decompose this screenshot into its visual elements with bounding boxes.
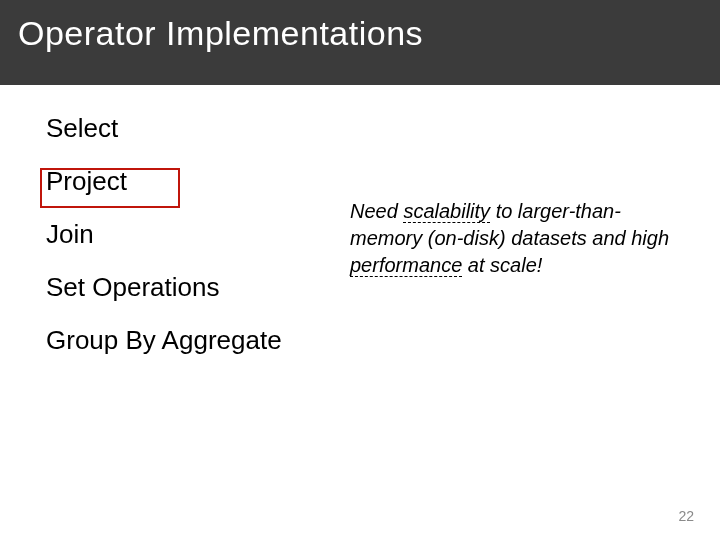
slide: Operator Implementations Select Project … bbox=[0, 0, 720, 540]
operator-group-by: Group By Aggregate bbox=[46, 325, 720, 356]
note-text-post: at scale! bbox=[462, 254, 542, 276]
note-underline-performance: performance bbox=[350, 254, 462, 277]
side-note: Need scalability to larger-than-memory (… bbox=[350, 198, 680, 279]
page-number: 22 bbox=[678, 508, 694, 524]
slide-title: Operator Implementations bbox=[18, 14, 702, 53]
note-underline-scalability: scalability bbox=[403, 200, 490, 223]
note-text-pre1: Need bbox=[350, 200, 403, 222]
title-bar: Operator Implementations bbox=[0, 0, 720, 85]
operator-project: Project bbox=[46, 166, 720, 197]
operator-select: Select bbox=[46, 113, 720, 144]
